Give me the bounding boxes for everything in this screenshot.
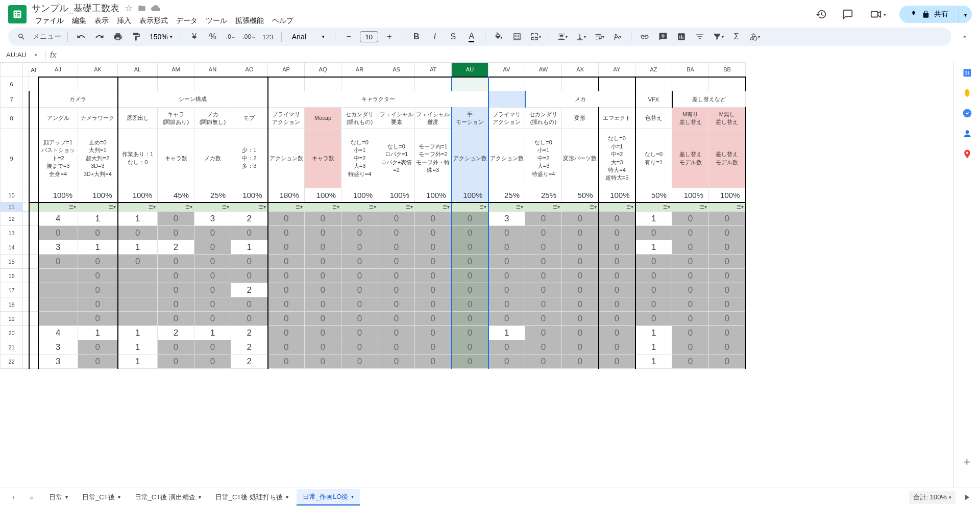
cell-BA18[interactable]: 0 bbox=[672, 297, 709, 312]
col-header-AX[interactable]: AX bbox=[562, 63, 599, 77]
cell-AT15[interactable]: 0 bbox=[415, 255, 452, 269]
cell-AJ13[interactable]: 0 bbox=[38, 226, 78, 240]
cell-BB16[interactable]: 0 bbox=[709, 269, 746, 283]
bold-icon[interactable]: B bbox=[409, 30, 424, 44]
cell-AP22[interactable]: 0 bbox=[268, 355, 305, 369]
cell-BA21[interactable]: 0 bbox=[672, 340, 709, 355]
add-sheet-icon[interactable]: + bbox=[6, 490, 20, 504]
status-sum[interactable]: 合計: 100%▾ bbox=[909, 491, 955, 504]
tasks-icon[interactable] bbox=[962, 108, 972, 118]
cell-AL13[interactable]: 0 bbox=[118, 226, 158, 240]
cell-BB15[interactable]: 0 bbox=[709, 255, 746, 269]
col-header-AM[interactable]: AM bbox=[158, 63, 194, 77]
cell-AZ19[interactable]: 0 bbox=[635, 312, 672, 326]
wrap-icon[interactable]: ▾ bbox=[592, 30, 606, 44]
cell-AS15[interactable]: 0 bbox=[378, 255, 415, 269]
pct-AV[interactable]: 25% bbox=[488, 188, 525, 203]
cell-AW13[interactable]: 0 bbox=[525, 226, 562, 240]
cell-AY17[interactable]: 0 bbox=[599, 283, 635, 297]
filter-AL[interactable]: ☰▾ bbox=[118, 203, 158, 212]
cell-AQ13[interactable]: 0 bbox=[305, 226, 341, 240]
cell-AT16[interactable]: 0 bbox=[415, 269, 452, 283]
strikethrough-icon[interactable]: S bbox=[446, 30, 460, 44]
cell-AO15[interactable]: 0 bbox=[231, 255, 268, 269]
decimal-increase-icon[interactable]: .00→ bbox=[242, 30, 257, 44]
cell-AP12[interactable]: 0 bbox=[268, 212, 305, 226]
col-header-AI[interactable]: AI bbox=[29, 63, 38, 77]
cell-AO22[interactable]: 2 bbox=[231, 355, 268, 369]
pct-AN[interactable]: 25% bbox=[194, 188, 231, 203]
comment-icon[interactable] bbox=[839, 5, 857, 23]
row-header-10[interactable]: 10 bbox=[1, 188, 23, 203]
col-header-AJ[interactable]: AJ bbox=[38, 63, 78, 77]
filter-AR[interactable]: ☰▾ bbox=[341, 203, 378, 212]
row-header-22[interactable]: 22 bbox=[1, 355, 23, 369]
add-addon-icon[interactable]: + bbox=[962, 457, 972, 467]
cell-AN16[interactable]: 0 bbox=[194, 269, 231, 283]
menu-file[interactable]: ファイル bbox=[32, 15, 67, 27]
cell-AL21[interactable]: 1 bbox=[118, 340, 158, 355]
cell-AU20[interactable]: 0 bbox=[452, 326, 488, 340]
sheet-tab-2[interactable]: 日常_CT後 演出精査▾ bbox=[129, 489, 207, 505]
cell-AL17[interactable] bbox=[118, 283, 158, 297]
cell-AO18[interactable]: 0 bbox=[231, 297, 268, 312]
col-header-AV[interactable]: AV bbox=[488, 63, 525, 77]
cell-BB22[interactable]: 0 bbox=[709, 355, 746, 369]
cell-BA22[interactable]: 0 bbox=[672, 355, 709, 369]
cell-AP18[interactable]: 0 bbox=[268, 297, 305, 312]
cell-AM21[interactable]: 0 bbox=[158, 340, 194, 355]
print-icon[interactable] bbox=[111, 30, 125, 44]
cell-AN15[interactable]: 0 bbox=[194, 255, 231, 269]
menu-edit[interactable]: 編集 bbox=[68, 15, 90, 27]
cell-AR14[interactable]: 0 bbox=[341, 240, 378, 255]
cell-AT19[interactable]: 0 bbox=[415, 312, 452, 326]
cell-AX16[interactable]: 0 bbox=[562, 269, 599, 283]
cell-AS18[interactable]: 0 bbox=[378, 297, 415, 312]
italic-icon[interactable]: I bbox=[428, 30, 442, 44]
cell-AJ19[interactable] bbox=[38, 312, 78, 326]
cell-AP13[interactable]: 0 bbox=[268, 226, 305, 240]
link-icon[interactable] bbox=[638, 30, 652, 44]
align-h-icon[interactable]: ▾ bbox=[555, 30, 570, 44]
cell-AV18[interactable]: 0 bbox=[488, 297, 525, 312]
pct-AQ[interactable]: 100% bbox=[305, 188, 341, 203]
cell-AL15[interactable]: 0 bbox=[118, 255, 158, 269]
cell-AW20[interactable]: 0 bbox=[525, 326, 562, 340]
cell-AZ20[interactable]: 1 bbox=[635, 326, 672, 340]
keep-icon[interactable] bbox=[962, 88, 972, 98]
pct-AU[interactable]: 100% bbox=[452, 188, 488, 203]
search-menu-icon[interactable] bbox=[14, 30, 29, 44]
cell-AV17[interactable]: 0 bbox=[488, 283, 525, 297]
cell-AW22[interactable]: 0 bbox=[525, 355, 562, 369]
cell-AK19[interactable]: 0 bbox=[78, 312, 118, 326]
row-header-9[interactable]: 9 bbox=[1, 129, 23, 188]
zoom-select[interactable]: 150%▾ bbox=[148, 32, 175, 42]
cell-AS17[interactable]: 0 bbox=[378, 283, 415, 297]
cell-AT18[interactable]: 0 bbox=[415, 297, 452, 312]
cell-AX21[interactable]: 0 bbox=[562, 340, 599, 355]
filter-AW[interactable]: ☰▾ bbox=[525, 203, 562, 212]
row-header-12[interactable]: 12 bbox=[1, 212, 23, 226]
cell-AQ12[interactable]: 0 bbox=[305, 212, 341, 226]
pct-AT[interactable]: 100% bbox=[415, 188, 452, 203]
filter-AM[interactable]: ☰▾ bbox=[158, 203, 194, 212]
col-header-AY[interactable]: AY bbox=[599, 63, 635, 77]
cell-AY20[interactable]: 0 bbox=[599, 326, 635, 340]
filter-AP[interactable]: ☰▾ bbox=[268, 203, 305, 212]
cell-AM12[interactable]: 0 bbox=[158, 212, 194, 226]
cell-AJ17[interactable] bbox=[38, 283, 78, 297]
cell-AN20[interactable]: 1 bbox=[194, 326, 231, 340]
cell-BA17[interactable]: 0 bbox=[672, 283, 709, 297]
cell-AW14[interactable]: 0 bbox=[525, 240, 562, 255]
pct-AP[interactable]: 180% bbox=[268, 188, 305, 203]
sheet-tab-4[interactable]: 日常_作画LO後▾ bbox=[297, 489, 360, 505]
cell-AW18[interactable]: 0 bbox=[525, 297, 562, 312]
move-icon[interactable] bbox=[138, 4, 146, 12]
cell-AO14[interactable]: 1 bbox=[231, 240, 268, 255]
cell-AM13[interactable]: 0 bbox=[158, 226, 194, 240]
font-select[interactable]: Arial▾ bbox=[288, 32, 329, 42]
meet-button[interactable]: ▾ bbox=[865, 6, 891, 23]
filter-AJ[interactable]: ☰▾ bbox=[38, 203, 78, 212]
cell-AM16[interactable]: 0 bbox=[158, 269, 194, 283]
col-header-AQ[interactable]: AQ bbox=[305, 63, 341, 77]
